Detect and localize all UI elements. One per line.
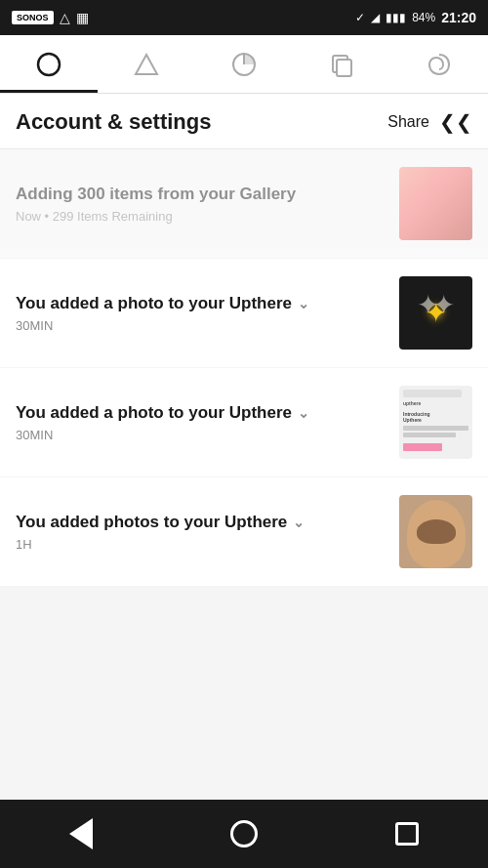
chevron-icon-3: ⌄ (293, 514, 305, 531)
chevron-down-icon[interactable]: ❮❮ (439, 110, 472, 134)
circle-icon (35, 51, 62, 78)
chevron-icon-2: ⌄ (298, 404, 309, 422)
activity-text-photo2: You added a photo to your Upthere ⌄ 30MI… (16, 402, 399, 442)
svg-marker-1 (136, 55, 157, 74)
bottom-nav (0, 800, 488, 868)
activity-title-photo1: You added a photo to your Upthere ⌄ (16, 293, 387, 314)
status-bar: SONOS △ ▦ ✓ ◢ ▮▮▮ 84% 21:20 (0, 0, 488, 35)
tab-triangle[interactable] (98, 35, 195, 93)
triangle-icon (133, 51, 160, 78)
activity-thumb-photo2: upthere IntroducingUpthere (399, 386, 472, 459)
page-title: Account & settings (16, 109, 211, 135)
nav-tabs (0, 35, 488, 94)
activity-time-photo1: 30MIN (16, 318, 387, 333)
activity-time-photo2: 30MIN (16, 428, 387, 442)
activity-thumb-gallery (399, 167, 472, 240)
webpage-heading: IntroducingUpthere (403, 412, 468, 423)
activity-title-gallery: Adding 300 items from your Gallery (16, 184, 387, 205)
activity-title-photo2: You added a photo to your Upthere ⌄ (16, 402, 387, 424)
chandelier-thumbnail (399, 276, 472, 350)
clock: 21:20 (441, 10, 476, 25)
activity-text-photos3: You added photos to your Upthere ⌄ 1H (16, 512, 399, 552)
home-button[interactable] (220, 814, 268, 853)
copy-icon (328, 51, 355, 78)
tab-spiral[interactable] (390, 35, 488, 93)
webpage-thumbnail: upthere IntroducingUpthere (399, 386, 472, 459)
share-button[interactable]: Share (387, 113, 429, 131)
home-icon (230, 820, 258, 847)
activity-time-gallery: Now • 299 Items Remaining (16, 209, 387, 224)
status-bar-right: ✓ ◢ ▮▮▮ 84% 21:20 (355, 10, 476, 25)
chevron-icon: ⌄ (298, 295, 309, 312)
activity-item-gallery[interactable]: Adding 300 items from your Gallery Now •… (0, 149, 488, 258)
svg-rect-5 (337, 60, 351, 76)
back-button[interactable] (57, 814, 105, 853)
gallery-thumbnail (399, 167, 472, 240)
sonos-logo: SONOS (12, 11, 54, 24)
activity-list: Adding 300 items from your Gallery Now •… (0, 149, 488, 800)
activity-item-photo2[interactable]: You added a photo to your Upthere ⌄ 30MI… (0, 368, 488, 476)
activity-thumb-photo1 (399, 276, 472, 350)
webpage-content: upthere IntroducingUpthere (403, 400, 468, 455)
wifi-icon: ◢ (371, 11, 380, 24)
recents-icon (395, 822, 419, 846)
tab-circle[interactable] (0, 35, 98, 93)
tab-pie[interactable] (195, 35, 293, 93)
activity-time-photos3: 1H (16, 537, 387, 552)
pie-icon (230, 51, 258, 78)
svg-point-0 (38, 54, 60, 75)
activity-item-photo1[interactable]: You added a photo to your Upthere ⌄ 30MI… (0, 259, 488, 367)
battery-percent: 84% (412, 11, 435, 24)
status-bar-left: SONOS △ ▦ (12, 10, 89, 25)
activity-thumb-photos3 (399, 495, 472, 568)
tab-copy[interactable] (293, 35, 390, 93)
spiral-icon (426, 51, 453, 78)
webpage-line2 (403, 433, 456, 437)
webpage-bar (403, 390, 462, 397)
activity-title-photos3: You added photos to your Upthere ⌄ (16, 512, 387, 533)
activity-text-gallery: Adding 300 items from your Gallery Now •… (16, 184, 399, 224)
mountain-icon: △ (60, 10, 70, 25)
image-icon: ▦ (76, 10, 89, 25)
page-header: Account & settings Share ❮❮ (0, 94, 488, 149)
signal-icon: ▮▮▮ (386, 11, 406, 24)
webpage-line1 (403, 426, 468, 431)
face-shape (407, 500, 466, 568)
bluetooth-icon: ✓ (355, 11, 365, 24)
activity-item-photos3[interactable]: You added photos to your Upthere ⌄ 1H (0, 477, 488, 586)
header-actions: Share ❮❮ (387, 110, 472, 134)
webpage-brand: upthere (403, 400, 468, 406)
webpage-cta (403, 443, 442, 451)
person-thumbnail (399, 495, 472, 568)
recents-button[interactable] (383, 814, 431, 853)
back-icon (69, 818, 93, 849)
battery-indicator: 84% (412, 11, 435, 24)
activity-text-photo1: You added a photo to your Upthere ⌄ 30MI… (16, 293, 399, 333)
